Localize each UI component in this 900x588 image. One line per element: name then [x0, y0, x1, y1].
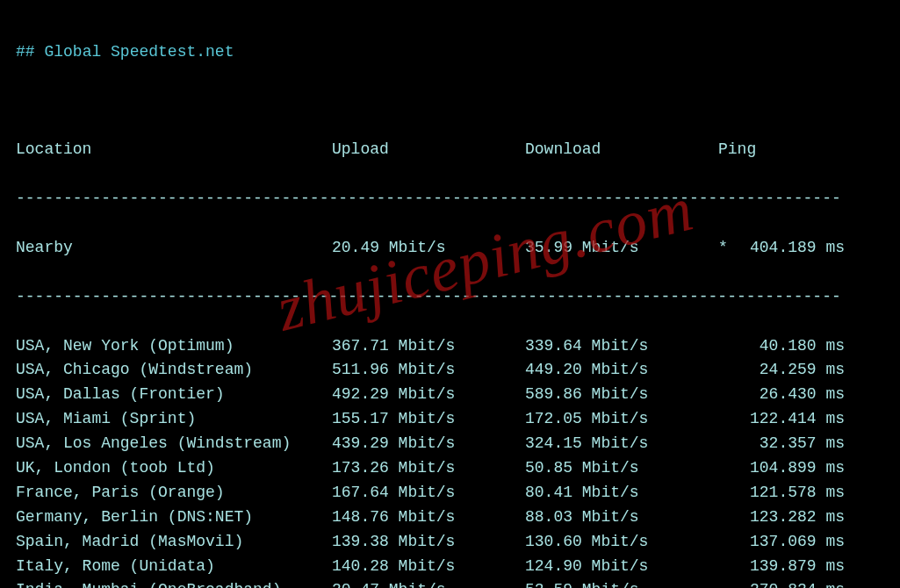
- cell-download: 50.85 Mbit/s: [525, 456, 718, 481]
- cell-download: 80.41 Mbit/s: [525, 481, 718, 506]
- cell-ping: 32.357 ms: [718, 432, 868, 456]
- cell-upload: 492.29 Mbit/s: [332, 383, 525, 407]
- cell-location: USA, Dallas (Frontier): [16, 383, 332, 407]
- ping-unit: ms: [825, 334, 845, 359]
- cell-ping: 24.259 ms: [718, 358, 868, 383]
- section-title: ## Global Speedtest.net: [16, 40, 888, 65]
- cell-location: USA, Chicago (Windstream): [16, 358, 332, 383]
- table-row: India, Mumbai (OneBroadband)20.47 Mbit/s…: [16, 578, 888, 588]
- nearby-download: 35.99 Mbit/s: [525, 236, 718, 261]
- table-row: Italy, Rome (Unidata)140.28 Mbit/s124.90…: [16, 555, 888, 579]
- table-row: USA, New York (Optimum)367.71 Mbit/s339.…: [16, 334, 888, 359]
- cell-download: 589.86 Mbit/s: [525, 383, 718, 407]
- cell-download: 52.59 Mbit/s: [525, 578, 718, 588]
- ping-unit: ms: [825, 456, 845, 481]
- ping-value: 139.879: [738, 555, 817, 579]
- cell-upload: 367.71 Mbit/s: [332, 334, 525, 359]
- cell-ping: 104.899 ms: [718, 456, 868, 481]
- ping-unit: ms: [825, 506, 845, 530]
- table-row: Spain, Madrid (MasMovil)139.38 Mbit/s130…: [16, 530, 888, 555]
- cell-download: 339.64 Mbit/s: [525, 334, 718, 359]
- ping-value: 137.069: [738, 530, 817, 555]
- nearby-row: Nearby20.49 Mbit/s35.99 Mbit/s* 404.189 …: [16, 236, 888, 261]
- ping-value: 122.414: [738, 407, 817, 432]
- nearby-upload: 20.49 Mbit/s: [332, 236, 525, 261]
- cell-download: 88.03 Mbit/s: [525, 506, 718, 530]
- header-location: Location: [16, 138, 332, 162]
- table-row: UK, London (toob Ltd)173.26 Mbit/s50.85 …: [16, 456, 888, 481]
- nearby-ping: * 404.189 ms: [718, 236, 868, 261]
- cell-download: 124.90 Mbit/s: [525, 555, 718, 579]
- cell-upload: 167.64 Mbit/s: [332, 481, 525, 506]
- table-row: USA, Chicago (Windstream)511.96 Mbit/s44…: [16, 358, 888, 383]
- cell-download: 172.05 Mbit/s: [525, 407, 718, 432]
- ping-value: 40.180: [738, 334, 817, 359]
- cell-upload: 173.26 Mbit/s: [332, 456, 525, 481]
- ping-unit: ms: [825, 555, 845, 579]
- divider-line: ----------------------------------------…: [16, 285, 888, 310]
- cell-location: Spain, Madrid (MasMovil): [16, 530, 332, 555]
- table-row: USA, Miami (Sprint)155.17 Mbit/s172.05 M…: [16, 407, 888, 432]
- cell-ping: 139.879 ms: [718, 555, 868, 579]
- header-upload: Upload: [332, 138, 525, 162]
- ping-value: 26.430: [738, 383, 817, 407]
- cell-upload: 140.28 Mbit/s: [332, 555, 525, 579]
- ping-unit: ms: [825, 407, 845, 432]
- title-text: Global Speedtest.net: [44, 43, 234, 61]
- cell-ping: 122.414 ms: [718, 407, 868, 432]
- cell-ping: 121.578 ms: [718, 481, 868, 506]
- cell-location: India, Mumbai (OneBroadband): [16, 578, 332, 588]
- table-row: USA, Los Angeles (Windstream)439.29 Mbit…: [16, 432, 888, 456]
- ping-unit: ms: [825, 530, 845, 555]
- ping-value: 270.824: [738, 578, 817, 588]
- cell-location: Germany, Berlin (DNS:NET): [16, 506, 332, 530]
- ping-value: 404.189: [738, 236, 817, 261]
- ping-value: 123.282: [738, 506, 817, 530]
- divider-line: ----------------------------------------…: [16, 187, 888, 212]
- cell-ping: 123.282 ms: [718, 506, 868, 530]
- ping-unit: ms: [825, 236, 845, 261]
- ping-unit: ms: [825, 481, 845, 506]
- ping-value: 32.357: [738, 432, 817, 456]
- cell-upload: 139.38 Mbit/s: [332, 530, 525, 555]
- ping-value: 24.259: [738, 358, 817, 383]
- cell-ping: 26.430 ms: [718, 383, 868, 407]
- cell-upload: 511.96 Mbit/s: [332, 358, 525, 383]
- cell-location: Italy, Rome (Unidata): [16, 555, 332, 579]
- cell-location: France, Paris (Orange): [16, 481, 332, 506]
- ping-unit: ms: [825, 383, 845, 407]
- cell-download: 449.20 Mbit/s: [525, 358, 718, 383]
- cell-download: 130.60 Mbit/s: [525, 530, 718, 555]
- cell-ping: 40.180 ms: [718, 334, 868, 359]
- ping-value: 121.578: [738, 481, 817, 506]
- cell-upload: 439.29 Mbit/s: [332, 432, 525, 456]
- cell-location: USA, Miami (Sprint): [16, 407, 332, 432]
- header-download: Download: [525, 138, 718, 162]
- cell-location: USA, Los Angeles (Windstream): [16, 432, 332, 456]
- header-ping: Ping: [718, 138, 868, 162]
- hash-prefix: ##: [16, 43, 35, 61]
- table-row: France, Paris (Orange)167.64 Mbit/s80.41…: [16, 481, 888, 506]
- ping-prefix: *: [718, 236, 728, 261]
- terminal-output: ## Global Speedtest.net LocationUploadDo…: [0, 0, 900, 588]
- table-row: Germany, Berlin (DNS:NET)148.76 Mbit/s88…: [16, 506, 888, 530]
- cell-upload: 20.47 Mbit/s: [332, 578, 525, 588]
- cell-ping: 270.824 ms: [718, 578, 868, 588]
- cell-location: UK, London (toob Ltd): [16, 456, 332, 481]
- cell-location: USA, New York (Optimum): [16, 334, 332, 359]
- cell-download: 324.15 Mbit/s: [525, 432, 718, 456]
- table-header: LocationUploadDownloadPing: [16, 138, 888, 162]
- nearby-label: Nearby: [16, 236, 332, 261]
- ping-unit: ms: [825, 358, 845, 383]
- cell-ping: 137.069 ms: [718, 530, 868, 555]
- rows-container: USA, New York (Optimum)367.71 Mbit/s339.…: [16, 334, 888, 588]
- cell-upload: 155.17 Mbit/s: [332, 407, 525, 432]
- blank-line: [16, 90, 888, 114]
- table-row: USA, Dallas (Frontier)492.29 Mbit/s589.8…: [16, 383, 888, 407]
- ping-unit: ms: [825, 432, 845, 456]
- cell-upload: 148.76 Mbit/s: [332, 506, 525, 530]
- ping-value: 104.899: [738, 456, 817, 481]
- ping-unit: ms: [825, 578, 845, 588]
